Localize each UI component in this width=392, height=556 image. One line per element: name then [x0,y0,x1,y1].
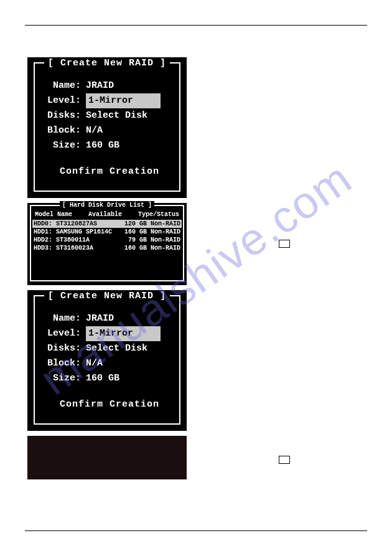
name-value: JRAID [86,78,177,93]
level-value[interactable]: 1-Mirror [86,326,161,341]
panel-body: Name:JRAID Level:1-Mirror Disks:Select D… [42,78,177,179]
hdd-row[interactable]: HDD0: ST3120827AS 120 GB Non-RAID [32,220,182,228]
level-label: Level: [42,93,81,108]
col-type: Type/Status [138,210,179,219]
size-value: 160 GB [86,138,177,153]
hdd-list-panel: [ Hard Disk Drive List ] Model Name Avai… [27,203,187,285]
confirm-creation[interactable]: Confirm Creation [42,164,177,179]
name-label: Name: [42,78,81,93]
disks-label: Disks: [42,108,81,123]
empty-panel [27,436,187,479]
name-value: JRAID [86,311,177,326]
hdd-row[interactable]: HDD1: SAMSUNG SP1614C 160 GB Non-RAID [32,228,182,236]
hdd-header: Model Name Available Type/Status [32,210,182,219]
panel-title: [ Create New RAID ] [44,58,170,68]
name-label: Name: [42,311,81,326]
key-box-icon [279,456,290,464]
hdd-body: Model Name Available Type/Status HDD0: S… [32,210,182,252]
size-value: 160 GB [86,371,177,386]
level-value[interactable]: 1-Mirror [86,93,161,108]
disks-value[interactable]: Select Disk [86,341,177,356]
block-value: N/A [86,356,177,371]
disks-value[interactable]: Select Disk [86,108,177,123]
disks-label: Disks: [42,341,81,356]
divider-top [25,25,367,26]
block-label: Block: [42,123,81,138]
panel-title: [ Create New RAID ] [44,291,170,301]
create-raid-panel-1: [ Create New RAID ] Name:JRAID Level:1-M… [27,57,187,198]
size-label: Size: [42,371,81,386]
hdd-row[interactable]: HDD3: ST3160023A 160 GB Non-RAID [32,244,182,252]
col-avail: Available [88,210,122,219]
create-raid-panel-2: [ Create New RAID ] Name:JRAID Level:1-M… [27,290,187,431]
content-column: [ Create New RAID ] Name:JRAID Level:1-M… [27,57,187,484]
block-value: N/A [86,123,177,138]
panel-title: [ Hard Disk Drive List ] [60,201,154,209]
level-label: Level: [42,326,81,341]
divider-bottom [25,530,367,531]
hdd-row[interactable]: HDD2: ST380011A 79 GB Non-RAID [32,236,182,244]
size-label: Size: [42,138,81,153]
block-label: Block: [42,356,81,371]
col-model: Model Name [35,210,72,219]
key-box-icon [279,240,290,248]
panel-body: Name:JRAID Level:1-Mirror Disks:Select D… [42,311,177,412]
confirm-creation[interactable]: Confirm Creation [42,397,177,412]
